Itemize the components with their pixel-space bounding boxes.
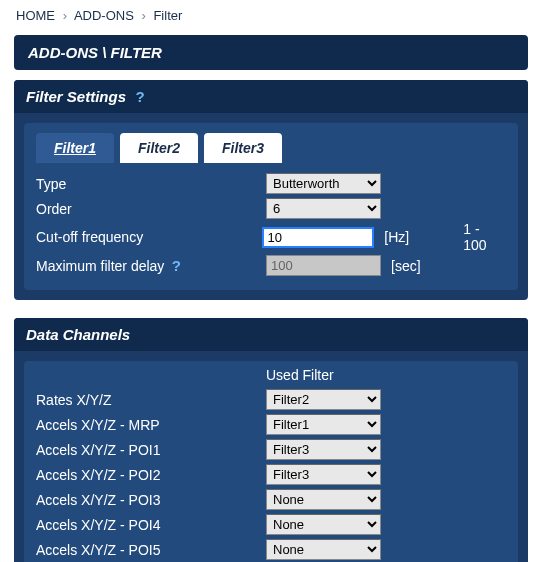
select-used-filter[interactable]: NoneFilter1Filter2Filter3	[266, 414, 381, 435]
data-channels-panel: Data Channels Used Filter Rates X/Y/ZNon…	[14, 318, 528, 562]
filter-tabs: Filter1 Filter2 Filter3	[24, 123, 518, 163]
filter-settings-title: Filter Settings	[26, 88, 126, 105]
label-delay: Maximum filter delay ?	[36, 258, 266, 274]
row-delay: Maximum filter delay ? [sec]	[36, 253, 506, 278]
filter-settings-header: Filter Settings ?	[14, 80, 528, 113]
channel-label: Accels X/Y/Z - MRP	[36, 417, 266, 433]
channel-label: Accels X/Y/Z - POI5	[36, 542, 266, 558]
channel-label: Accels X/Y/Z - POI3	[36, 492, 266, 508]
unit-cutoff: [Hz]	[374, 229, 433, 245]
channel-row: Accels X/Y/Z - POI4NoneFilter1Filter2Fil…	[36, 512, 506, 537]
channel-label: Accels X/Y/Z - POI2	[36, 467, 266, 483]
channel-row: Accels X/Y/Z - MRPNoneFilter1Filter2Filt…	[36, 412, 506, 437]
help-icon[interactable]: ?	[132, 89, 148, 105]
select-type[interactable]: Butterworth	[266, 173, 381, 194]
select-used-filter[interactable]: NoneFilter1Filter2Filter3	[266, 439, 381, 460]
label-cutoff: Cut-off frequency	[36, 229, 262, 245]
input-cutoff[interactable]	[262, 227, 375, 248]
input-delay	[266, 255, 381, 276]
label-type: Type	[36, 176, 266, 192]
channel-row: Rates X/Y/ZNoneFilter1Filter2Filter3	[36, 387, 506, 412]
unit-delay: [sec]	[381, 258, 441, 274]
breadcrumb-current: Filter	[153, 8, 182, 23]
column-headers: Used Filter	[36, 367, 506, 383]
help-icon[interactable]: ?	[168, 258, 184, 274]
channel-row: Accels X/Y/Z - POI5NoneFilter1Filter2Fil…	[36, 537, 506, 562]
tab-filter2[interactable]: Filter2	[120, 133, 198, 163]
row-type: Type Butterworth	[36, 171, 506, 196]
column-header-used-filter: Used Filter	[266, 367, 381, 383]
range-cutoff: 1 - 100	[433, 221, 506, 253]
chevron-right-icon: ›	[141, 8, 145, 23]
select-used-filter[interactable]: NoneFilter1Filter2Filter3	[266, 389, 381, 410]
data-channels-body: Used Filter Rates X/Y/ZNoneFilter1Filter…	[24, 361, 518, 562]
channel-row: Accels X/Y/Z - POI2NoneFilter1Filter2Fil…	[36, 462, 506, 487]
channel-label: Accels X/Y/Z - POI4	[36, 517, 266, 533]
select-used-filter[interactable]: NoneFilter1Filter2Filter3	[266, 514, 381, 535]
tab-filter1[interactable]: Filter1	[36, 133, 114, 163]
select-used-filter[interactable]: NoneFilter1Filter2Filter3	[266, 464, 381, 485]
channel-label: Accels X/Y/Z - POI1	[36, 442, 266, 458]
filter-settings-body: Type Butterworth Order 6 Cut-off frequen…	[24, 163, 518, 290]
row-order: Order 6	[36, 196, 506, 221]
channel-row: Accels X/Y/Z - POI1NoneFilter1Filter2Fil…	[36, 437, 506, 462]
breadcrumb-addons[interactable]: ADD-ONS	[74, 8, 134, 23]
label-order: Order	[36, 201, 266, 217]
data-channels-title: Data Channels	[26, 326, 130, 343]
channel-label: Rates X/Y/Z	[36, 392, 266, 408]
select-used-filter[interactable]: NoneFilter1Filter2Filter3	[266, 539, 381, 560]
select-order[interactable]: 6	[266, 198, 381, 219]
filter-settings-panel: Filter Settings ? Filter1 Filter2 Filter…	[14, 80, 528, 300]
select-used-filter[interactable]: NoneFilter1Filter2Filter3	[266, 489, 381, 510]
tab-filter3[interactable]: Filter3	[204, 133, 282, 163]
breadcrumb: HOME › ADD-ONS › Filter	[0, 0, 542, 31]
channel-row: Accels X/Y/Z - POI3NoneFilter1Filter2Fil…	[36, 487, 506, 512]
page-title: ADD-ONS \ FILTER	[14, 35, 528, 70]
row-cutoff: Cut-off frequency [Hz] 1 - 100	[36, 221, 506, 253]
chevron-right-icon: ›	[63, 8, 67, 23]
breadcrumb-home[interactable]: HOME	[16, 8, 55, 23]
data-channels-header: Data Channels	[14, 318, 528, 351]
